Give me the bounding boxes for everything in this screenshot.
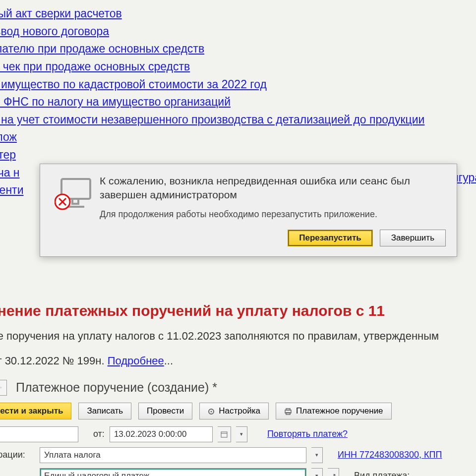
number-input[interactable] [0, 426, 78, 442]
section-subtext: ежные поручения на уплату налогов с 11.0… [0, 328, 476, 344]
bg-link[interactable]: купателю при продаже основных средств [0, 40, 476, 58]
tax-select[interactable]: Единый налоговый платеж [40, 468, 306, 476]
svg-rect-9 [286, 409, 290, 410]
bg-link[interactable]: нный акт сверки расчетов [0, 5, 476, 23]
post-and-close-button[interactable]: Провести и закрыть [0, 403, 71, 419]
dialog-submessage: Для продолжения работы необходимо переза… [100, 209, 446, 220]
error-dialog: К сожалению, возникла непредвиденная оши… [40, 164, 457, 257]
post-button[interactable]: Провести [138, 403, 192, 419]
section-subtext-2: сии от 30.12.2022 № 199н. Подробнее... [0, 353, 476, 369]
more-link[interactable]: Подробнее [108, 355, 164, 367]
finish-button[interactable]: Завершить [380, 230, 446, 246]
gear-icon [208, 408, 215, 415]
dialog-message: К сожалению, возникла непредвиденная оши… [100, 174, 446, 202]
settings-button[interactable]: Настройка [199, 403, 269, 419]
nav-forward-button[interactable]: → [0, 380, 7, 396]
date-dropdown-icon[interactable]: ▾ [236, 426, 247, 442]
bg-link[interactable]: алтер [0, 146, 476, 164]
bg-link[interactable]: на имущество по кадастровой стоимости за… [0, 76, 476, 94]
svg-rect-11 [221, 432, 227, 437]
repeat-payment-link[interactable]: Повторять платеж? [267, 429, 348, 439]
dropdown-icon[interactable]: ▾ [311, 447, 323, 463]
section-headline: полнение платежных поручений на уплату н… [0, 302, 476, 319]
svg-rect-1 [72, 199, 78, 204]
calendar-icon[interactable] [218, 426, 231, 442]
bg-link[interactable]: ый чек при продаже основных средств [0, 58, 476, 76]
dropdown-icon[interactable]: ▾ [311, 468, 323, 476]
from-label: от: [93, 429, 105, 439]
operation-type-select[interactable]: Уплата налога [40, 447, 306, 463]
print-button[interactable]: Платежное поручение [276, 403, 392, 419]
svg-point-7 [211, 411, 212, 412]
bg-link[interactable]: а с ФНС по налогу на имущество организац… [0, 93, 476, 111]
open-ref-icon[interactable]: ↗ [328, 468, 339, 476]
date-input[interactable]: 13.02.2023 0:00:00 [110, 426, 213, 442]
payment-type-label: Вид платежа: [354, 471, 410, 476]
tax-label: алог: [0, 471, 35, 476]
inn-link[interactable]: ИНН 772483008300, КПП [338, 450, 442, 460]
operation-type-label: ид операции: [0, 450, 35, 460]
svg-rect-10 [286, 413, 290, 415]
form-title: Платежное поручение (создание) * [16, 380, 217, 395]
bg-link[interactable]: од на учет стоимости незавершенного прои… [0, 111, 476, 129]
bg-link[interactable]: й ввод нового договора [0, 23, 476, 41]
monitor-error-icon [51, 174, 97, 220]
printer-icon [284, 408, 292, 415]
bg-link[interactable]: отлож [0, 128, 476, 146]
write-button[interactable]: Записать [78, 403, 131, 419]
restart-button[interactable]: Перезапустить [288, 230, 373, 246]
form-toolbar: Провести и закрыть Записать Провести Нас… [0, 403, 476, 419]
